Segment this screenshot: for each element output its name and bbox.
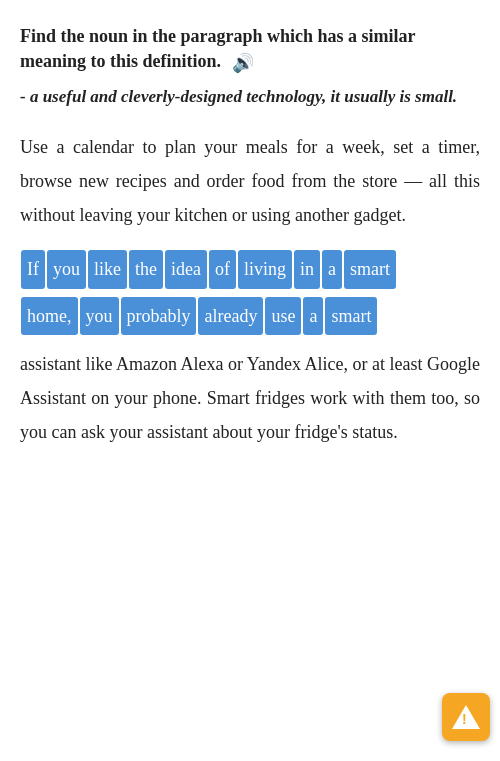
word-chip-probably[interactable]: probably xyxy=(121,297,197,335)
word-chip-you1[interactable]: you xyxy=(47,250,86,288)
highlighted-section: If you like the idea of living in a smar… xyxy=(20,248,480,336)
word-chip-smart1[interactable]: smart xyxy=(344,250,396,288)
word-chip-like[interactable]: like xyxy=(88,250,127,288)
word-chip-use[interactable]: use xyxy=(265,297,301,335)
word-chip-living[interactable]: living xyxy=(238,250,292,288)
main-paragraph: Use a calendar to plan your meals for a … xyxy=(20,130,480,233)
word-chip-a2[interactable]: a xyxy=(303,297,323,335)
word-chip-smart2[interactable]: smart xyxy=(325,297,377,335)
word-chip-of[interactable]: of xyxy=(209,250,236,288)
main-paragraph-text: Use a calendar to plan your meals for a … xyxy=(20,130,480,233)
after-highlight-paragraph: assistant like Amazon Alexa or Yandex Al… xyxy=(20,347,480,450)
word-chip-home[interactable]: home, xyxy=(21,297,78,335)
highlight-row-1: If you like the idea of living in a smar… xyxy=(20,248,480,290)
highlight-row-2: home, you probably already use a smart xyxy=(20,295,480,337)
word-chip-if[interactable]: If xyxy=(21,250,45,288)
word-chip-a1[interactable]: a xyxy=(322,250,342,288)
definition-text: - a useful and cleverly-designed technol… xyxy=(20,84,480,110)
warning-button[interactable] xyxy=(442,693,490,741)
warning-icon xyxy=(452,705,480,729)
word-chip-already[interactable]: already xyxy=(198,297,263,335)
after-highlight-text: assistant like Amazon Alexa or Yandex Al… xyxy=(20,347,480,450)
word-chip-in[interactable]: in xyxy=(294,250,320,288)
question-title: Find the noun in the paragraph which has… xyxy=(20,26,415,71)
word-chip-you2[interactable]: you xyxy=(80,297,119,335)
word-chip-the[interactable]: the xyxy=(129,250,163,288)
speaker-icon[interactable]: 🔊 xyxy=(232,52,254,74)
question-section: Find the noun in the paragraph which has… xyxy=(20,24,480,110)
word-chip-idea[interactable]: idea xyxy=(165,250,207,288)
